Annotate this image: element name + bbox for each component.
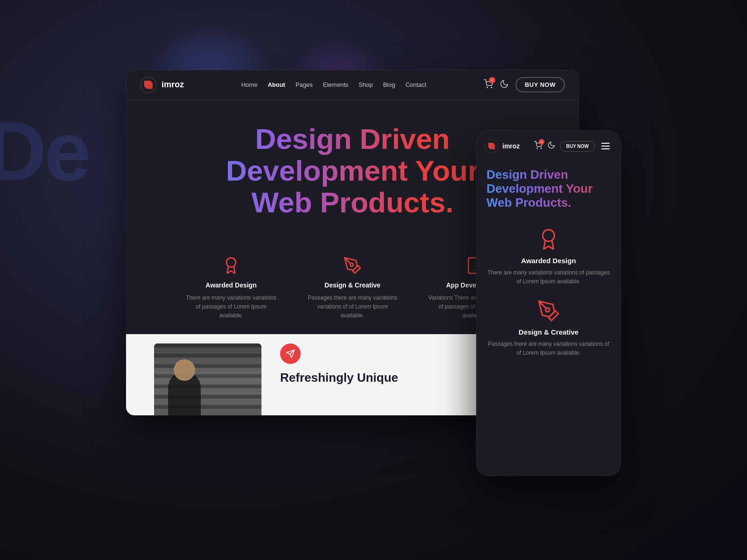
send-icon-circle [280,343,301,364]
theme-toggle-icon[interactable] [500,79,509,91]
feature-2-desc: Passages there are many variations varia… [306,294,399,321]
hamburger-line-3 [601,148,610,149]
nav-link-blog[interactable]: Blog [383,81,395,88]
desktop-navbar: imroz Home About Pages Elements Shop Blo… [126,70,579,100]
feature-2-title: Design & Creative [324,281,381,289]
svg-point-11 [546,308,550,312]
svg-point-10 [543,230,555,241]
mobile-nav-actions: 0 BUY NOW [534,140,613,153]
svg-point-3 [350,263,353,266]
scene-container: imroz Home About Pages Elements Shop Blo… [126,70,621,490]
desktop-cart-icon[interactable]: 0 [484,79,493,91]
desktop-logo-shape [144,81,153,89]
mobile-mockup: imroz 0 BUY NOW [476,131,621,476]
nav-link-elements[interactable]: Elements [323,81,348,88]
mobile-feature-design-creative: Design & Creative Passages there are man… [486,299,611,357]
mobile-cart-badge: 0 [539,139,544,145]
mobile-hero-title: Design Driven Development Your Web Produ… [486,168,611,210]
mobile-pen-tool-icon [537,299,560,322]
mobile-features: Awarded Design There are many variations… [476,228,621,380]
desktop-logo-area: imroz [140,77,184,93]
feature-1-title: Awarded Design [205,281,256,289]
mobile-cart-icon[interactable]: 0 [534,141,543,151]
hamburger-line-2 [601,146,610,147]
svg-point-2 [226,258,236,267]
desktop-nav-links: Home About Pages Elements Shop Blog Cont… [241,81,427,88]
award-icon [222,256,240,275]
svg-point-9 [541,148,542,149]
desktop-buy-now-button[interactable]: BUY NOW [515,77,565,92]
nav-link-contact[interactable]: Contact [405,81,426,88]
mobile-feature-1-desc: There are many variations variations of … [486,268,611,286]
mobile-logo-shape [488,143,495,149]
mobile-theme-toggle[interactable] [547,141,556,151]
desktop-logo-icon [140,77,157,93]
mobile-navbar: imroz 0 BUY NOW [476,131,621,159]
svg-point-0 [487,87,488,88]
feature-1-desc: There are many variations variations of … [184,294,278,321]
desktop-logo-text: imroz [162,80,184,90]
mobile-feature-1-title: Awarded Design [521,257,576,265]
hamburger-menu-icon[interactable] [599,140,613,153]
svg-point-8 [537,148,538,149]
mobile-buy-now-button[interactable]: BUY NOW [560,141,595,152]
feature-awarded-design: Awarded Design There are many variations… [184,256,278,321]
mobile-logo-area: imroz [485,139,520,153]
mobile-feature-awarded-design: Awarded Design There are many variations… [486,228,611,286]
desktop-person-image [154,343,261,415]
nav-link-home[interactable]: Home [241,81,258,88]
mobile-feature-2-desc: Passages there are many variations varia… [486,340,611,357]
svg-point-1 [491,87,492,88]
mobile-logo-text: imroz [502,142,520,150]
mobile-feature-2-title: Design & Creative [519,328,578,336]
nav-link-shop[interactable]: Shop [359,81,373,88]
nav-link-pages[interactable]: Pages [296,81,313,88]
mobile-logo-icon [485,139,499,153]
mobile-hero: Design Driven Development Your Web Produ… [476,159,621,228]
mobile-award-icon [537,228,560,251]
hamburger-line-1 [601,143,610,144]
feature-design-creative: Design & Creative Passages there are man… [306,256,399,321]
pen-tool-icon [343,256,362,275]
nav-link-about[interactable]: About [268,81,285,88]
desktop-nav-actions: 0 BUY NOW [484,77,565,92]
cart-badge: 0 [489,77,495,84]
bg-ghost-text-de: De [0,103,89,199]
